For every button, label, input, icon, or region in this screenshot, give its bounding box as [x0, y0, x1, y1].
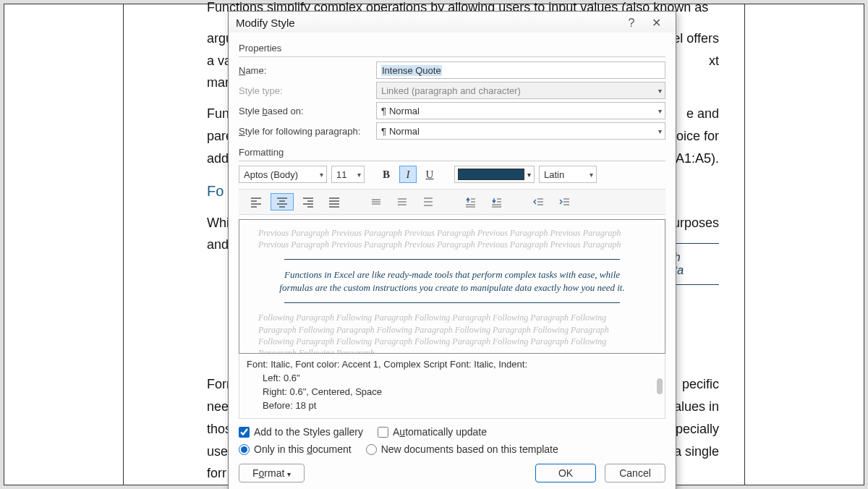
auto-update-checkbox[interactable]: Automatically update [378, 426, 487, 438]
pilcrow-icon: ¶ [381, 106, 386, 116]
divider [239, 161, 665, 161]
quote-bottom-rule [284, 302, 620, 303]
bg-text: use [207, 441, 228, 462]
chevron-down-icon[interactable]: ▾ [658, 127, 662, 135]
help-button[interactable]: ? [619, 17, 644, 30]
pilcrow-icon: ¶ [381, 126, 386, 137]
style-based-on-label: Style based on: [239, 106, 370, 116]
properties-section-label: Properties [239, 43, 665, 54]
bg-text: Whi [207, 213, 229, 234]
bg-text: pecific [682, 374, 719, 395]
preview-previous-text: Previous Paragraph Previous Paragraph Pr… [258, 227, 646, 250]
ok-button[interactable]: OK [535, 464, 596, 482]
align-right-button[interactable] [297, 193, 320, 211]
bg-text: mar [207, 75, 229, 90]
bg-text: specially [669, 419, 719, 440]
format-button[interactable]: Format▾ [239, 464, 305, 482]
font-family-select[interactable]: Aptos (Body)▾ [239, 166, 327, 183]
line-spacing-2-button[interactable] [417, 193, 440, 211]
caret-down-icon: ▾ [287, 470, 291, 478]
following-paragraph-label: Style for following paragraph: [239, 126, 370, 137]
close-button[interactable]: ✕ [644, 16, 668, 30]
line-spacing-1-5-button[interactable] [391, 193, 414, 211]
bg-text: and [207, 237, 229, 252]
chevron-down-icon[interactable]: ▾ [320, 171, 323, 179]
align-left-button[interactable] [244, 193, 268, 211]
underline-button[interactable]: U [421, 166, 438, 183]
line-spacing-1-button[interactable] [365, 193, 388, 211]
font-size-select[interactable]: 11▾ [331, 166, 365, 183]
align-center-button[interactable] [271, 193, 294, 211]
increase-indent-button[interactable] [553, 193, 576, 211]
bold-button[interactable]: B [378, 166, 395, 183]
dialog-title: Modify Style [236, 17, 619, 29]
italic-button[interactable]: I [399, 166, 417, 183]
space-before-dec-button[interactable] [485, 193, 508, 211]
preview-sample-text: Functions in Excel are like ready-made t… [258, 268, 646, 294]
cancel-button[interactable]: Cancel [605, 464, 665, 482]
add-to-gallery-checkbox[interactable]: Add to the Styles gallery [239, 426, 363, 438]
bg-text: alues in [674, 396, 719, 417]
style-preview: Previous Paragraph Previous Paragraph Pr… [239, 219, 665, 354]
bg-text: e and [686, 103, 719, 124]
align-justify-button[interactable] [323, 193, 346, 211]
scrollbar-thumb[interactable] [657, 378, 663, 394]
name-label: Name: [239, 65, 370, 76]
chevron-down-icon[interactable]: ▾ [658, 107, 662, 115]
bg-text: Fun [207, 103, 229, 124]
name-input[interactable]: Intense Quote [376, 61, 665, 79]
bg-text: xt [709, 51, 719, 72]
color-swatch [458, 169, 524, 180]
modify-style-dialog: Modify Style ? ✕ Properties Name: Intens… [228, 11, 676, 489]
style-type-label: Style type: [239, 85, 370, 96]
font-color-select[interactable]: ▾ [454, 166, 535, 183]
chevron-down-icon[interactable]: ▾ [527, 171, 531, 179]
bg-text: add [207, 148, 229, 169]
bg-text: nee [207, 396, 229, 417]
chevron-down-icon[interactable]: ▾ [357, 171, 361, 179]
style-type-select: Linked (paragraph and character) ▾ [376, 82, 665, 99]
bg-text: hoice for [669, 126, 719, 147]
decrease-indent-button[interactable] [527, 193, 550, 211]
new-documents-radio[interactable]: New documents based on this template [366, 443, 558, 455]
following-paragraph-select[interactable]: ¶ Normal ▾ [376, 122, 665, 140]
style-description: Font: Italic, Font color: Accent 1, Comp… [239, 354, 665, 419]
divider [239, 56, 665, 57]
bg-text: a single [674, 441, 719, 462]
chevron-down-icon[interactable]: ▾ [590, 171, 593, 179]
preview-following-text: Following Paragraph Following Paragraph … [258, 312, 646, 354]
name-input-value: Intense Quote [381, 65, 442, 76]
script-select[interactable]: Latin▾ [539, 166, 597, 183]
style-based-on-select[interactable]: ¶ Normal ▾ [376, 102, 665, 119]
formatting-section-label: Formatting [239, 147, 665, 158]
bg-text: A1:A5). [676, 148, 719, 169]
quote-top-rule [284, 259, 620, 260]
chevron-down-icon: ▾ [658, 87, 662, 95]
bg-text: forr [207, 466, 226, 480]
space-before-inc-button[interactable] [459, 193, 482, 211]
only-this-document-radio[interactable]: Only in this document [239, 443, 352, 455]
